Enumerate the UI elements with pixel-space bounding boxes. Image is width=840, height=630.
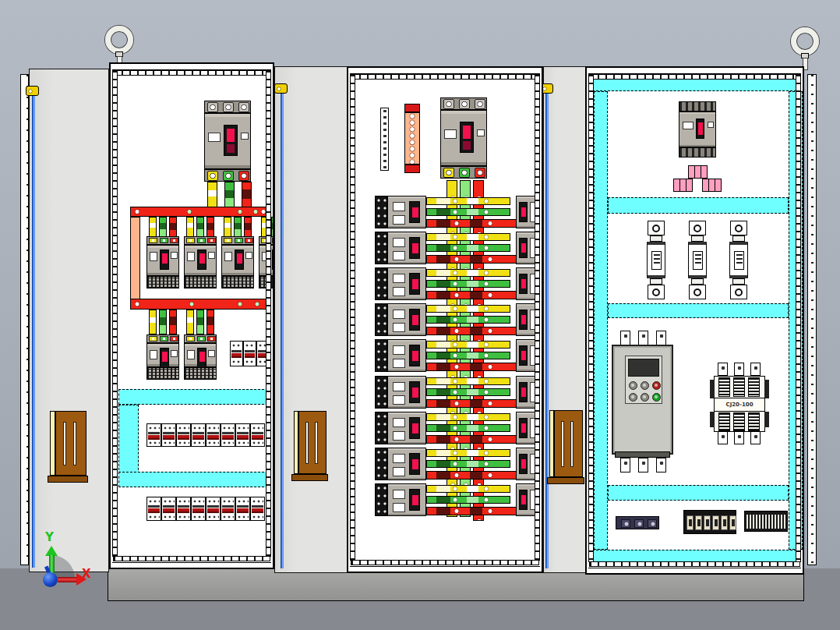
door-far-left-locking-rod xyxy=(32,92,35,568)
cabinet-left-frame xyxy=(109,62,274,569)
handle-slot xyxy=(315,422,318,464)
door-middle-locking-rod xyxy=(281,90,284,568)
door-far-left-handle-base xyxy=(48,476,88,483)
lifting-eye-left xyxy=(105,26,133,54)
frame-perforated-left xyxy=(588,74,594,562)
frame-perforated-right xyxy=(535,74,540,561)
switchgear-assembly: CJ20-100 xyxy=(0,0,840,630)
frame-perforated-top xyxy=(351,74,539,80)
door-right-handle-base xyxy=(547,477,584,484)
frame-perforated-top xyxy=(113,70,270,76)
door-far-left-handle-edge xyxy=(50,411,55,476)
door-far-left-latch xyxy=(26,86,39,96)
handle-slot xyxy=(73,422,76,465)
origin-sphere xyxy=(43,572,58,587)
frame-perforated-bottom xyxy=(589,561,800,567)
door-far-left-handle xyxy=(55,411,86,476)
frame-bottom-face xyxy=(112,562,271,568)
x-axis-label: X xyxy=(82,567,91,581)
door-middle xyxy=(274,66,348,573)
frame-perforated-left xyxy=(350,74,355,561)
handle-slot xyxy=(570,421,574,467)
door-middle-handle-base xyxy=(291,474,328,481)
cabinet-middle-frame xyxy=(347,66,543,573)
handle-slot xyxy=(63,422,66,465)
door-middle-handle xyxy=(298,411,326,474)
frame-perforated-bottom xyxy=(113,556,270,561)
frame-bottom-face xyxy=(350,566,540,572)
door-right xyxy=(543,66,587,573)
x-axis-shaft xyxy=(58,577,76,582)
frame-perforated-bottom xyxy=(351,560,539,565)
y-axis-label: Y xyxy=(45,530,54,544)
cabinet-right-frame xyxy=(585,66,804,575)
frame-perforated-right xyxy=(796,74,801,562)
frame-perforated-top xyxy=(589,74,800,80)
door-right-locking-rod xyxy=(545,90,549,568)
handle-slot xyxy=(305,422,309,464)
door-middle-latch xyxy=(274,83,288,94)
frame-bottom-face xyxy=(588,568,801,573)
door-edge-far-left xyxy=(20,74,29,565)
frame-perforated-right xyxy=(266,70,271,557)
door-far-left xyxy=(29,69,109,572)
door-edge-far-right xyxy=(807,74,817,565)
handle-slot xyxy=(561,421,564,467)
lifting-eye-right xyxy=(791,27,819,55)
frame-perforated-left xyxy=(112,70,118,557)
door-right-handle xyxy=(554,410,583,477)
cad-viewport[interactable]: CJ20-100 Y X xyxy=(0,0,840,630)
